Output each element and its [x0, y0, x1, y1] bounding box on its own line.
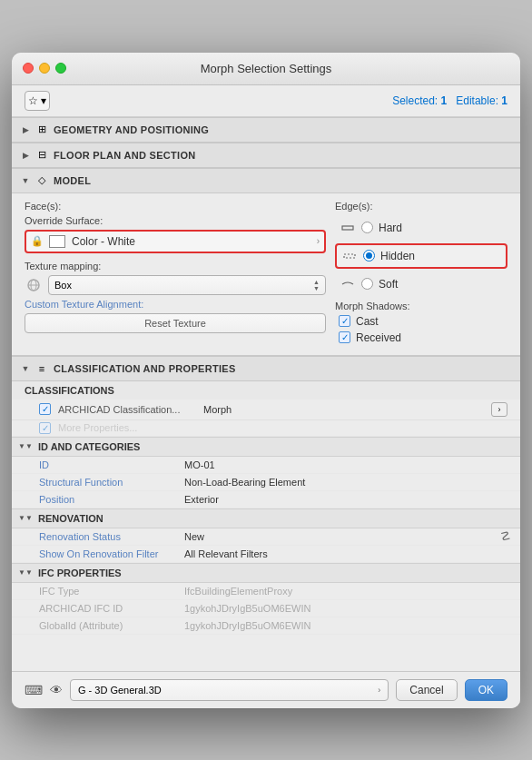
cast-row[interactable]: Cast	[335, 315, 507, 328]
edit-icon: ☡	[500, 529, 511, 543]
chevron-right-icon: ›	[317, 236, 320, 246]
show-renovation-row[interactable]: Show On Renovation Filter All Relevant F…	[12, 546, 520, 563]
edge-hard-row[interactable]: Hard	[335, 217, 507, 239]
archicad-ifc-row[interactable]: ARCHICAD IFC ID 1gykohJDryIgB5uOM6EWIN	[12, 600, 520, 617]
renovation-status-key: Renovation Status	[39, 531, 184, 542]
titlebar: Morph Selection Settings	[12, 53, 520, 85]
archicad-ifc-val: 1gykohJDryIgB5uOM6EWIN	[184, 603, 507, 614]
floorplan-section-header[interactable]: ⊟ FLOOR PLAN AND SECTION	[12, 143, 520, 168]
archicad-arrow[interactable]: ›	[491, 402, 507, 417]
surface-lock-icon: 🔒	[31, 234, 45, 249]
override-surface-label: Override Surface:	[25, 215, 326, 226]
position-key: Position	[39, 494, 184, 505]
globalid-key: GlobalId (Attribute)	[39, 620, 184, 631]
model-section-header[interactable]: ◇ MODEL	[12, 168, 520, 193]
archicad-checkbox[interactable]	[39, 403, 51, 415]
received-checkbox[interactable]	[339, 331, 350, 343]
classification-icon: ≡	[34, 361, 49, 376]
edge-hard-label: Hard	[379, 222, 402, 234]
cast-label: Cast	[356, 315, 379, 328]
archicad-ifc-key: ARCHICAD IFC ID	[39, 603, 184, 614]
header-bar: ☆ ▾ Selected: 1 Editable: 1	[12, 85, 520, 117]
id-categories-title: ID AND CATEGORIES	[38, 441, 140, 452]
ifc-triangle: ▼	[21, 568, 30, 577]
structural-key: Structural Function	[39, 477, 184, 488]
edge-hidden-label: Hidden	[380, 250, 415, 262]
main-window: Morph Selection Settings ☆ ▾ Selected: 1…	[12, 53, 520, 708]
window-title: Morph Selection Settings	[201, 62, 332, 75]
close-button[interactable]	[23, 63, 34, 74]
dropdown-arrows: ▲ ▼	[313, 279, 320, 291]
received-row[interactable]: Received	[335, 331, 507, 344]
selection-info: Selected: 1 Editable: 1	[392, 94, 507, 107]
position-row[interactable]: Position Exterior	[12, 491, 520, 508]
svg-rect-3	[342, 226, 353, 230]
classification-title: CLASSIFICATION AND PROPERTIES	[54, 363, 236, 374]
reset-texture-button[interactable]: Reset Texture	[25, 313, 326, 333]
floorplan-icon: ⊟	[34, 148, 49, 163]
override-surface-row[interactable]: 🔒 Color - White ›	[25, 230, 326, 253]
edge-hidden-icon	[341, 248, 358, 264]
edge-hidden-radio[interactable]	[363, 250, 375, 262]
model-icon: ◇	[34, 173, 49, 188]
edge-soft-row[interactable]: Soft	[335, 273, 507, 295]
hidden-row-key: More Properties...	[58, 422, 203, 433]
archicad-classification-row[interactable]: ARCHICAD Classification... Morph ›	[12, 400, 520, 420]
texture-mapping-label: Texture mapping:	[25, 261, 326, 271]
floorplan-title: FLOOR PLAN AND SECTION	[54, 150, 196, 161]
globalid-row[interactable]: GlobalId (Attribute) 1gykohJDryIgB5uOM6E…	[12, 617, 520, 635]
structural-val: Non-Load-Bearing Element	[184, 477, 507, 488]
favorites-button[interactable]: ☆ ▾	[25, 91, 50, 111]
cast-checkbox[interactable]	[339, 315, 350, 327]
custom-texture-label: Custom Texture Alignment:	[25, 299, 326, 310]
texture-row: Box ▲ ▼	[25, 275, 326, 295]
archicad-val: Morph	[203, 404, 491, 415]
ifc-type-key: IFC Type	[39, 586, 184, 597]
id-triangle: ▼	[21, 442, 30, 451]
structural-row[interactable]: Structural Function Non-Load-Bearing Ele…	[12, 474, 520, 491]
model-triangle	[21, 176, 30, 185]
edge-soft-radio[interactable]	[361, 278, 373, 290]
model-title: MODEL	[54, 175, 91, 186]
id-row[interactable]: ID MO-01	[12, 457, 520, 474]
eye-icon: 👁	[50, 683, 63, 697]
show-renovation-val: All Relevant Filters	[184, 548, 507, 559]
selected-count: 1	[441, 94, 448, 107]
svg-rect-4	[344, 254, 355, 258]
renovation-title: RENOVATION	[38, 513, 103, 524]
ifc-type-row[interactable]: IFC Type IfcBuildingElementProxy	[12, 583, 520, 600]
classifications-title: CLASSIFICATIONS	[25, 385, 114, 396]
edge-hidden-row[interactable]: Hidden	[335, 243, 507, 269]
ifc-type-val: IfcBuildingElementProxy	[184, 586, 507, 597]
classifications-sub-header: CLASSIFICATIONS	[12, 381, 520, 400]
ok-button[interactable]: OK	[465, 679, 507, 701]
morph-shadows-label: Morph Shadows:	[335, 301, 507, 311]
maximize-button[interactable]	[55, 63, 66, 74]
id-categories-header[interactable]: ▼ ID AND CATEGORIES	[12, 437, 520, 457]
id-key: ID	[39, 459, 184, 470]
classification-triangle	[21, 364, 30, 373]
layer-dropdown[interactable]: G - 3D General.3D ›	[70, 679, 389, 701]
model-content: Face(s): Override Surface: 🔒 Color - Whi…	[12, 193, 520, 355]
edge-soft-icon	[340, 276, 356, 292]
selected-label: Selected:	[392, 94, 438, 107]
scrollable-content[interactable]: ⊞ GEOMETRY AND POSITIONING ⊟ FLOOR PLAN …	[12, 117, 520, 671]
footer: ⌨ 👁 G - 3D General.3D › Cancel OK	[12, 671, 520, 708]
geometry-section-header[interactable]: ⊞ GEOMETRY AND POSITIONING	[12, 117, 520, 143]
faces-label: Face(s):	[25, 201, 326, 212]
geometry-title: GEOMETRY AND POSITIONING	[54, 124, 209, 135]
renovation-status-row[interactable]: Renovation Status New ☡	[12, 528, 520, 546]
globalid-val: 1gykohJDryIgB5uOM6EWIN	[184, 620, 507, 631]
renovation-header[interactable]: ▼ RENOVATION	[12, 508, 520, 528]
model-two-col: Face(s): Override Surface: 🔒 Color - Whi…	[25, 201, 507, 348]
minimize-button[interactable]	[39, 63, 50, 74]
edge-hard-radio[interactable]	[361, 222, 373, 233]
layer-value: G - 3D General.3D	[78, 685, 162, 696]
hidden-row[interactable]: More Properties...	[12, 420, 520, 437]
ifc-header[interactable]: ▼ IFC PROPERTIES	[12, 563, 520, 583]
classification-section-header[interactable]: ≡ CLASSIFICATION AND PROPERTIES	[12, 356, 520, 381]
cancel-button[interactable]: Cancel	[396, 679, 457, 701]
editable-count: 1	[501, 94, 507, 107]
texture-icon	[25, 276, 43, 294]
texture-dropdown[interactable]: Box ▲ ▼	[48, 275, 326, 295]
